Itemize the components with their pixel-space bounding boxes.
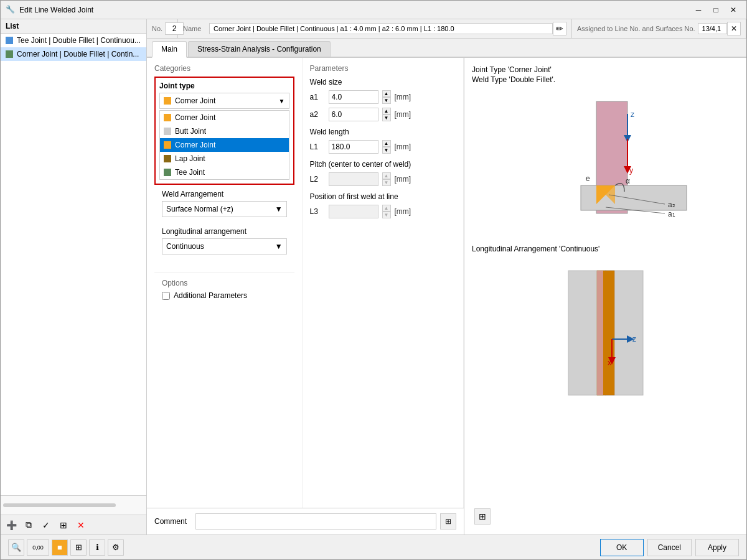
joint-svg: z y α e a₁ a₂ — [519, 89, 693, 238]
select-button[interactable]: ⊞ — [70, 539, 87, 556]
comment-action-button[interactable]: ⊞ — [440, 513, 456, 530]
comment-input[interactable] — [195, 513, 436, 530]
delete-item-button[interactable]: ✕ — [73, 518, 89, 533]
comment-label: Comment — [154, 517, 192, 526]
joint-option-corner1[interactable]: Corner Joint — [160, 111, 289, 124]
list-item-label-1: Tee Joint | Double Fillet | Continuou... — [17, 36, 141, 45]
l1-row: L1 ▲ ▼ [mm] — [310, 140, 456, 154]
joint-color-lap — [164, 155, 171, 162]
joint-option-corner2[interactable]: Corner Joint — [160, 138, 289, 152]
a2-down[interactable]: ▼ — [382, 114, 391, 121]
diagram-copy-button[interactable]: ⊞ — [474, 508, 491, 525]
l2-unit: [mm] — [395, 175, 411, 184]
l2-up[interactable]: ▲ — [382, 172, 391, 179]
value-button[interactable]: 0,00 — [27, 539, 49, 556]
left-column: Categories Joint type Corner Joint — [147, 58, 464, 534]
list-item-selected[interactable]: Corner Joint | Double Fillet | Contin... — [1, 47, 146, 61]
a2-label: a2 — [310, 110, 325, 119]
tab-main[interactable]: Main — [152, 41, 187, 58]
l1-down[interactable]: ▼ — [382, 147, 391, 154]
l2-input[interactable] — [329, 172, 378, 186]
l3-down[interactable]: ▼ — [382, 212, 391, 218]
l1-input[interactable] — [329, 140, 378, 154]
l3-up[interactable]: ▲ — [382, 205, 391, 212]
l1-up[interactable]: ▲ — [382, 140, 391, 147]
longitudinal-section: Longitudinal arrangement Continuous ▼ — [154, 222, 294, 259]
settings-button[interactable]: ⚙ — [108, 539, 124, 556]
joint-option-tee[interactable]: Tee Joint — [160, 166, 289, 179]
joint-type-list: Corner Joint Butt Joint Corner Joint — [159, 110, 289, 180]
a2-row: a2 ▲ ▼ [mm] — [310, 108, 456, 121]
joint-diagram: z y α e a₁ a₂ — [472, 89, 739, 238]
titlebar: 🔧 Edit Line Welded Joint ─ □ ✕ — [1, 1, 746, 19]
options-section: Options Additional Parameters — [154, 272, 294, 306]
longitudinal-value: Continuous — [166, 242, 204, 251]
merge-item-button[interactable]: ⊞ — [55, 518, 72, 533]
dialog-buttons: OK Cancel Apply — [600, 539, 739, 556]
tab-stress[interactable]: Stress-Strain Analysis - Configuration — [188, 41, 331, 57]
ok-button[interactable]: OK — [600, 539, 644, 556]
weld-arrangement-value: Surface Normal (+z) — [166, 205, 233, 213]
info-bar: No. 2 Name Corner Joint | Double Fillet … — [147, 19, 746, 39]
longitudinal-select[interactable]: Continuous ▼ — [162, 238, 287, 254]
bottom-toolbar: 🔍 0,00 ■ ⊞ ℹ ⚙ — [8, 539, 124, 556]
joint-color-butt — [164, 128, 171, 135]
joint-option-label-corner2: Corner Joint — [175, 141, 215, 149]
app-icon: 🔧 — [6, 5, 16, 15]
joint-color-indicator — [164, 97, 171, 105]
diagram-title-2: Longitudinal Arrangement 'Continuous' — [472, 245, 739, 253]
l2-spinner: ▲ ▼ — [382, 172, 391, 186]
confirm-item-button[interactable]: ✓ — [38, 518, 54, 533]
right-column: Joint Type 'Corner Joint' Weld Type 'Dou… — [464, 58, 746, 534]
l3-input[interactable] — [329, 205, 378, 218]
comment-section: Comment ⊞ — [147, 508, 464, 534]
joint-type-label: Joint type — [159, 82, 289, 90]
titlebar-buttons: ─ □ ✕ — [690, 4, 741, 16]
joint-option-label-tee: Tee Joint — [175, 168, 205, 177]
a2-input[interactable] — [329, 108, 378, 121]
maximize-button[interactable]: □ — [708, 4, 724, 16]
clear-assigned-button[interactable]: ✕ — [727, 22, 741, 35]
weld-length-label: Weld length — [310, 128, 456, 136]
add-item-button[interactable]: ➕ — [3, 518, 19, 533]
edit-name-button[interactable]: ✏ — [553, 22, 566, 35]
longitudinal-arrow: ▼ — [275, 242, 283, 251]
svg-text:e: e — [586, 174, 590, 183]
diagram-title-weld-type: Weld Type 'Double Fillet'. — [472, 75, 739, 84]
a1-input[interactable] — [329, 90, 378, 104]
search-button[interactable]: 🔍 — [8, 539, 24, 556]
svg-text:z: z — [632, 335, 636, 343]
list-item[interactable]: Tee Joint | Double Fillet | Continuou... — [1, 34, 146, 47]
joint-option-butt[interactable]: Butt Joint — [160, 124, 289, 138]
a1-row: a1 ▲ ▼ [mm] — [310, 90, 456, 104]
l1-spinner: ▲ ▼ — [382, 140, 391, 154]
left-panel: List Tee Joint | Double Fillet | Continu… — [1, 19, 147, 534]
svg-text:a₂: a₂ — [668, 200, 675, 209]
l3-row: L3 ▲ ▼ [mm] — [310, 205, 456, 218]
a1-up[interactable]: ▲ — [382, 90, 391, 97]
l2-down[interactable]: ▼ — [382, 179, 391, 186]
weld-arrangement-label: Weld Arrangement — [162, 190, 287, 198]
info-button[interactable]: ℹ — [89, 539, 105, 556]
a1-down[interactable]: ▼ — [382, 97, 391, 104]
apply-button[interactable]: Apply — [695, 539, 739, 556]
copy-item-button[interactable]: ⧉ — [21, 518, 37, 533]
weld-arrangement-arrow: ▼ — [275, 205, 283, 213]
joint-color-corner1 — [164, 114, 171, 121]
weld-arrangement-select[interactable]: Surface Normal (+z) ▼ — [162, 201, 287, 217]
window-title: Edit Line Welded Joint — [19, 6, 690, 14]
minimize-button[interactable]: ─ — [690, 4, 707, 16]
a2-up[interactable]: ▲ — [382, 108, 391, 114]
svg-text:x: x — [608, 358, 611, 367]
continuous-svg: z x — [556, 258, 655, 401]
joint-type-box: Joint type Corner Joint ▼ — [154, 77, 294, 185]
cancel-button[interactable]: Cancel — [647, 539, 692, 556]
close-button[interactable]: ✕ — [725, 4, 741, 16]
color-button[interactable]: ■ — [52, 539, 68, 556]
additional-params-label: Additional Parameters — [174, 291, 247, 300]
additional-params-checkbox[interactable] — [162, 292, 170, 300]
joint-type-dropdown[interactable]: Corner Joint ▼ — [159, 93, 289, 109]
parameters-title: Parameters — [310, 64, 456, 73]
no-label: No. — [152, 25, 162, 32]
joint-option-lap[interactable]: Lap Joint — [160, 152, 289, 166]
